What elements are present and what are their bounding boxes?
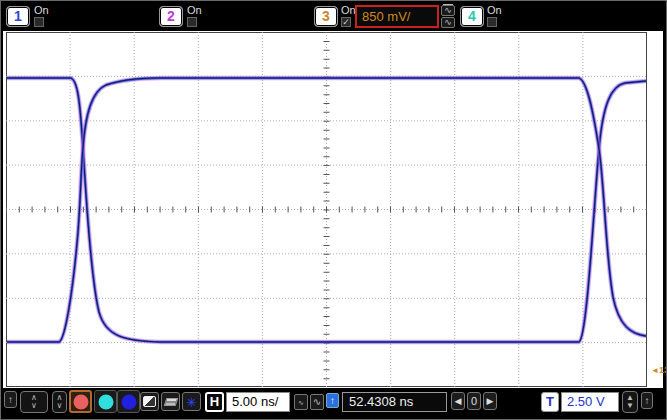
up-arrow-icon: ↑ <box>8 394 13 405</box>
marker-label: 13 <box>659 365 667 375</box>
channel-4-button[interactable]: 4 <box>460 6 484 27</box>
display-panel: ◄13 <box>3 31 663 388</box>
chevron-down-icon: ∨ <box>57 402 63 410</box>
left-triangle-icon: ◀ <box>455 396 462 406</box>
trigger-level-spinner[interactable]: ▲ ▼ <box>622 391 638 413</box>
chevron-down-icon: ∨ <box>31 402 37 410</box>
intensity-button[interactable]: ✳ <box>182 392 201 411</box>
blue-marker-button[interactable] <box>117 390 140 413</box>
channel-3-scale-down-button[interactable]: ∿ <box>441 17 455 28</box>
channel-2-button[interactable]: 2 <box>159 6 183 27</box>
red-marker-button[interactable] <box>69 390 92 413</box>
cyan-circle-icon <box>98 394 113 409</box>
graticule <box>6 32 647 387</box>
right-triangle-icon: ▶ <box>487 396 494 406</box>
sine-compressed-icon: ∿ <box>298 399 304 406</box>
coarse-spinner[interactable]: ∧ ∨ <box>20 391 48 413</box>
timebase-field[interactable]: 5.00 ns/ <box>226 392 290 412</box>
delay-zero-button[interactable]: 0 <box>467 392 481 410</box>
up-arrow-icon: ↑ <box>330 395 335 406</box>
channel-1-on-label: On <box>34 4 49 16</box>
channel-3-scale-up-button[interactable]: ∿ <box>441 5 455 16</box>
pointer-up-button[interactable]: ↑ <box>4 391 17 408</box>
up-arrow-icon: ↑ <box>645 395 650 406</box>
eraser-icon <box>163 398 178 406</box>
trigger-label: T <box>541 392 559 412</box>
marker-left-arrow-icon: ◄ <box>651 366 659 375</box>
ground-level-marker[interactable]: ◄13 <box>651 365 667 375</box>
brightness-icon: ✳ <box>186 395 197 410</box>
waveform-plot <box>6 32 647 387</box>
horizontal-label: H <box>205 392 224 412</box>
delay-left-button[interactable]: ◀ <box>451 392 465 410</box>
blue-circle-icon <box>121 394 136 409</box>
trigger-level-field[interactable]: 2.50 V <box>561 392 619 412</box>
sine-small-icon: ∿ <box>444 17 452 27</box>
delay-readout-field[interactable]: 52.4308 ns <box>342 392 447 412</box>
hscale-coarse-button[interactable]: ∿ <box>310 394 324 410</box>
channel-1-checkbox[interactable] <box>34 17 44 27</box>
fine-spinner[interactable]: ∧ ∨ <box>52 391 67 413</box>
channel-bar: 1 On 2 On 3 On ✓ 850 mV/ ∿ ∿ 4 On <box>1 1 667 31</box>
delay-reference-button[interactable]: ↑ <box>326 393 339 408</box>
channel-4-checkbox[interactable] <box>487 17 497 27</box>
trigger-slope-button[interactable]: ↑ <box>641 392 653 409</box>
channel-3-button[interactable]: 3 <box>314 6 338 27</box>
sine-large-icon: ∿ <box>443 4 453 15</box>
channel-4-on-label: On <box>487 4 502 16</box>
red-circle-icon <box>73 394 88 409</box>
hscale-fine-button[interactable]: ∿ <box>294 394 308 410</box>
channel-2-checkbox[interactable] <box>187 17 197 27</box>
cyan-marker-button[interactable] <box>94 390 117 413</box>
delay-right-button[interactable]: ▶ <box>483 392 497 410</box>
channel-3-on-label: On <box>341 4 356 16</box>
clear-display-button[interactable] <box>161 392 180 411</box>
channel-3-checkbox[interactable]: ✓ <box>341 17 351 27</box>
triangle-down-icon: ▼ <box>626 402 634 410</box>
channel-2-on-label: On <box>187 4 202 16</box>
oscilloscope-screen: 1 On 2 On 3 On ✓ 850 mV/ ∿ ∿ 4 On <box>0 0 667 420</box>
channel-3-scale-field[interactable]: 850 mV/ <box>355 5 439 28</box>
sine-expanded-icon: ∿ <box>313 396 321 407</box>
channel-1-button[interactable]: 1 <box>6 6 30 27</box>
control-bar: ↑ ∧ ∨ ∧ ∨ ✳ H 5.00 ns/ ∿ ∿ ↑ 52.4308 ns <box>1 388 667 420</box>
display-mode-button[interactable] <box>140 392 159 411</box>
display-icon <box>143 396 156 407</box>
